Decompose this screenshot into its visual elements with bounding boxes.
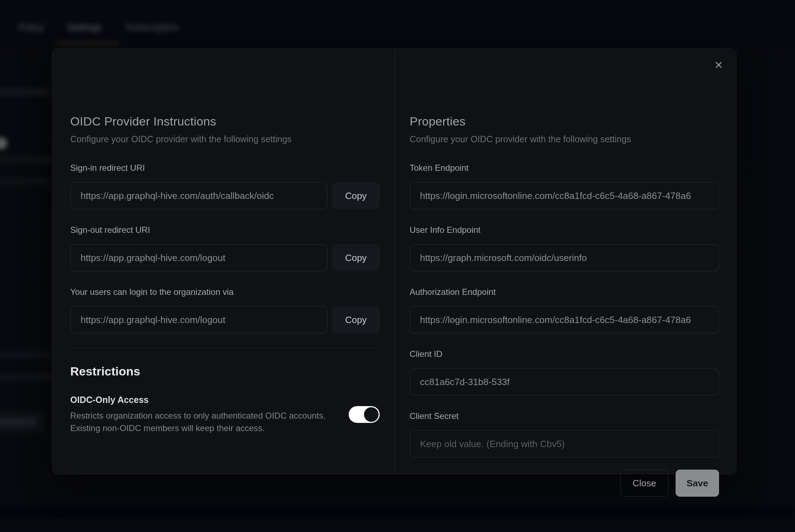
sign-out-redirect-uri-value[interactable]: https://app.graphql-hive.com/logout [70, 244, 327, 271]
oidc-only-access-row: OIDC-Only Access Restricts organization … [70, 395, 380, 434]
authorization-endpoint-label: Authorization Endpoint [410, 287, 719, 297]
login-via-label: Your users can login to the organization… [70, 287, 380, 297]
oidc-only-access-label: OIDC-Only Access [70, 395, 341, 405]
token-endpoint-label: Token Endpoint [410, 163, 719, 173]
section-subtitle: Configure your OIDC provider with the fo… [70, 134, 380, 144]
token-endpoint-value[interactable]: https://login.microsoftonline.com/cc8a1f… [410, 182, 719, 209]
user-info-endpoint-value[interactable]: https://graph.microsoft.com/oidc/userinf… [410, 244, 719, 271]
oidc-instructions-section: OIDC Provider Instructions Configure you… [70, 114, 380, 434]
authorization-endpoint-value[interactable]: https://login.microsoftonline.com/cc8a1f… [410, 306, 719, 333]
section-title: OIDC Provider Instructions [70, 114, 380, 128]
copy-sign-in-uri-button[interactable]: Copy [332, 182, 380, 209]
close-icon[interactable]: ✕ [710, 56, 728, 74]
properties-section: Properties Configure your OIDC provider … [410, 114, 719, 497]
client-secret-label: Client Secret [410, 411, 719, 421]
dialog-actions: Close Save [410, 470, 719, 497]
column-divider [395, 48, 395, 474]
copy-login-via-button[interactable]: Copy [332, 306, 380, 333]
login-via-value[interactable]: https://app.graphql-hive.com/logout [70, 306, 327, 333]
section-divider [70, 348, 380, 348]
oidc-only-access-toggle[interactable] [349, 406, 380, 423]
sign-out-redirect-uri-label: Sign-out redirect URI [70, 225, 380, 235]
sign-in-redirect-uri-label: Sign-in redirect URI [70, 163, 380, 173]
save-button[interactable]: Save [676, 470, 719, 497]
toggle-knob [364, 407, 379, 422]
section-subtitle: Configure your OIDC provider with the fo… [410, 134, 719, 144]
client-secret-input[interactable] [410, 430, 719, 457]
client-id-value[interactable]: cc81a6c7d-31b8-533f [410, 368, 719, 395]
oidc-only-access-description: Restricts organization access to only au… [70, 409, 341, 434]
copy-sign-out-uri-button[interactable]: Copy [332, 244, 380, 271]
oidc-settings-dialog: ✕ OIDC Provider Instructions Configure y… [52, 48, 737, 474]
close-button[interactable]: Close [620, 470, 668, 497]
client-id-label: Client ID [410, 349, 719, 359]
sign-in-redirect-uri-value[interactable]: https://app.graphql-hive.com/auth/callba… [70, 182, 327, 209]
user-info-endpoint-label: User Info Endpoint [410, 225, 719, 235]
section-title: Properties [410, 114, 719, 128]
restrictions-heading: Restrictions [70, 364, 380, 378]
